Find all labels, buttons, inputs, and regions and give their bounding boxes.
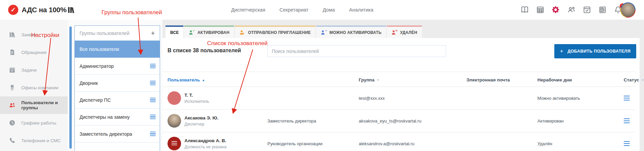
nav-secretariat[interactable]: Секретариат <box>280 7 309 13</box>
user-cell: Александров А. В. Должность не указана <box>184 138 267 149</box>
status-cell: Активирован <box>537 118 624 124</box>
tab-label: МОЖНО АКТИВИРОВАТЬ <box>329 30 381 35</box>
phone-directory-icon[interactable] <box>598 5 607 14</box>
group-label: Заместитель директора <box>80 131 150 137</box>
groups-scrollbar[interactable] <box>69 26 72 149</box>
sidebar-item-offices[interactable]: Офисы компании <box>0 79 68 96</box>
sort-asc-icon: ▲ <box>202 78 205 82</box>
add-user-button[interactable]: + ДОБАВИТЬ ПОЛЬЗОВАТЕЛЯ <box>554 44 636 58</box>
tab-label: ВСЕ <box>170 30 179 35</box>
table-row[interactable]: Аксакова Э. Ю. Диспетчер Заместитель дир… <box>162 110 636 132</box>
users-icon <box>9 102 16 109</box>
sidebar-item-tasks[interactable]: Задачи <box>0 61 68 79</box>
calendar-check-icon <box>9 67 16 73</box>
groups-panel-header: + <box>75 26 160 41</box>
tab-invitation-sent[interactable]: ОТПРАВЛЕНО ПРИГЛАШЕНИЕ <box>235 25 316 38</box>
group-label: Администратор <box>80 63 150 69</box>
status-tabs: ВСЕ ✓ АКТИВИРОВАН ОТПРАВЛЕНО ПРИГЛАШЕНИЕ… <box>165 25 422 38</box>
person-deleted-icon: ✕ <box>392 30 397 35</box>
sidebar-item-label: Офисы компании <box>21 85 59 90</box>
group-item-deputy-director[interactable]: Заместитель директора <box>75 126 160 143</box>
book-icon[interactable] <box>520 5 529 14</box>
row-menu-icon[interactable] <box>624 141 630 146</box>
group-menu-icon[interactable] <box>150 81 156 86</box>
plus-icon: + <box>560 48 563 55</box>
group-item-dispatcher-ps[interactable]: Диспетчер ПС <box>75 92 160 109</box>
group-label: Диспетчеры на замену <box>80 114 150 120</box>
sidebar-item-label: Задачи <box>21 68 37 73</box>
calendar-check-icon[interactable] <box>583 5 591 14</box>
column-header-days-off[interactable]: Нерабочие дни <box>537 77 624 82</box>
top-icon-bar: 1 <box>520 5 622 14</box>
nav-analytics[interactable]: Аналитика <box>349 7 373 13</box>
group-item-janitor[interactable]: Дворник <box>75 75 160 92</box>
app-logo-title: АДС на 100% <box>22 6 67 14</box>
sidebar-item-label: Графики работы <box>21 120 56 126</box>
sidebar-item-label: Пользователи и группы <box>21 100 68 110</box>
users-icon[interactable] <box>567 5 576 14</box>
sort-desc-icon: ▼ <box>641 78 644 82</box>
divider <box>162 72 636 72</box>
status-cell: Можно активировать <box>537 96 624 101</box>
group-menu-icon[interactable] <box>150 115 156 119</box>
status-cell: Удалён <box>537 141 624 146</box>
tab-label: ОТПРАВЛЕНО ПРИГЛАШЕНИЕ <box>248 30 311 35</box>
user-cell: Аксакова Э. Ю. Диспетчер <box>184 115 267 127</box>
tab-all[interactable]: ВСЕ <box>165 25 183 38</box>
groups-filter-input[interactable] <box>80 31 150 36</box>
group-menu-icon[interactable] <box>150 132 156 136</box>
sidebar-item-label: Обращения <box>21 50 46 55</box>
group-label: Все пользователи <box>80 46 156 52</box>
row-menu-icon[interactable] <box>624 118 630 124</box>
tab-can-activate[interactable]: + МОЖНО АКТИВИРОВАТЬ <box>316 25 386 38</box>
group-menu-icon[interactable] <box>150 98 156 102</box>
settings-gear-icon[interactable] <box>552 5 560 14</box>
group-item-all-users[interactable]: Все пользователи <box>75 41 160 58</box>
sort-desc-icon: ▼ <box>377 78 380 82</box>
sidebar-item-telephony[interactable]: Телефония и СМС <box>0 132 68 149</box>
user-avatar[interactable] <box>620 2 636 18</box>
clock-icon <box>9 119 16 126</box>
left-sidebar: Заявки Обращения Задачи Офисы компании П… <box>0 20 68 151</box>
table-row[interactable]: Александров А. В. Должность не указана Р… <box>162 132 636 151</box>
tab-deleted[interactable]: ✕ УДАЛЁН <box>387 25 422 38</box>
column-header-group[interactable]: Группа▼ <box>359 77 466 82</box>
tab-activated[interactable]: ✓ АКТИВИРОВАН <box>184 25 234 38</box>
column-header-status[interactable]: Статус▼ <box>624 77 644 82</box>
add-group-button[interactable]: + <box>150 30 156 37</box>
group-cell: Заместитель директора <box>267 118 359 124</box>
avatar <box>168 91 181 105</box>
email-cell: aleksandrov.a@roskvartal.ru <box>359 141 466 146</box>
calendar-icon[interactable] <box>536 5 545 14</box>
user-groups-panel: + Все пользователи Администратор Дворник… <box>74 25 160 151</box>
nav-homes[interactable]: Дома <box>323 7 335 13</box>
row-menu-icon[interactable] <box>624 96 630 101</box>
search-users-input[interactable] <box>267 45 446 57</box>
sidebar-item-schedules[interactable]: Графики работы <box>0 114 68 132</box>
document-icon <box>9 49 16 56</box>
user-cell: Т. Т. Исполнитель <box>184 93 267 104</box>
tab-label: АКТИВИРОВАН <box>197 30 229 35</box>
tab-label: УДАЛЁН <box>400 30 417 35</box>
annotation-user-groups: Группы пользователей <box>102 9 162 16</box>
phone-icon <box>9 137 16 144</box>
group-item-administrator[interactable]: Администратор <box>75 58 160 75</box>
users-table-header: Пользователь▲ Группа▼ Электронная почта … <box>162 73 636 87</box>
group-item-substitute-dispatchers[interactable]: Диспетчеры на замену <box>75 109 160 126</box>
sidebar-item-users-groups[interactable]: Пользователи и группы <box>0 96 68 114</box>
email-cell: aksakova_eyu_ts@roskvartal.ru <box>359 118 466 124</box>
top-navigation: Диспетчерская Секретариат Дома Аналитика <box>231 7 373 13</box>
sidebar-item-label: Телефония и СМС <box>21 138 61 143</box>
users-table-body: Т. Т. Исполнитель test@xxx.xxx Можно акт… <box>162 87 636 151</box>
add-user-button-label: ДОБАВИТЬ ПОЛЬЗОВАТЕЛЯ <box>568 49 630 54</box>
office-chair-icon <box>9 84 16 91</box>
column-header-user[interactable]: Пользователь▲ <box>168 77 359 82</box>
users-list-panel: В списке 38 пользователей + ДОБАВИТЬ ПОЛ… <box>162 38 640 151</box>
table-row[interactable]: Т. Т. Исполнитель test@xxx.xxx Можно акт… <box>162 87 636 110</box>
nav-dispatcher[interactable]: Диспетчерская <box>231 7 265 13</box>
sidebar-item-appeals[interactable]: Обращения <box>0 43 68 61</box>
email-cell: test@xxx.xxx <box>359 96 466 101</box>
column-header-email[interactable]: Электронная почта <box>466 77 537 82</box>
group-menu-icon[interactable] <box>150 64 156 69</box>
annotation-users-list: Список пользователей <box>207 40 268 47</box>
